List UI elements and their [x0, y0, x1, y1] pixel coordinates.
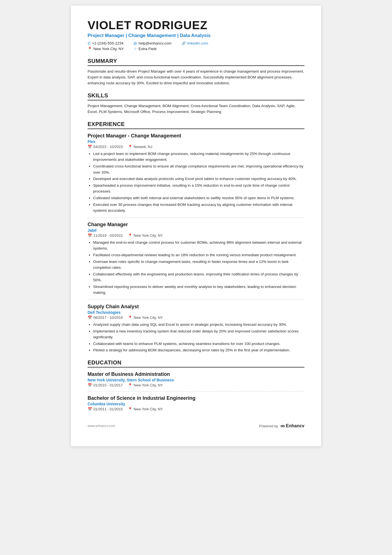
list-item: Cultivated relationships with both inter…	[93, 195, 304, 201]
linkedin-icon: 🔗	[182, 41, 186, 45]
calendar-icon-edu-2: 📅	[88, 407, 92, 411]
degree-2-dates: 📅 01/2011 - 01/2015	[88, 407, 123, 411]
candidate-name: VIOLET RODRIGUEZ	[88, 19, 304, 32]
list-item: Spearheaded a process improvement initia…	[93, 182, 304, 194]
list-item: Collaborated effectively with the engine…	[93, 271, 304, 283]
job-2-dates: 📅 11/2019 - 03/2022	[88, 233, 123, 238]
job-2-title: Change Manager	[88, 222, 304, 228]
email-icon: @	[133, 41, 137, 45]
location-icon-1: 📍	[128, 145, 132, 149]
calendar-icon-3: 📅	[88, 315, 92, 320]
summary-text: Passionate and results-driven Project Ma…	[88, 69, 304, 86]
degree-2-title: Bachelor of Science in Industrial Engine…	[88, 395, 304, 401]
degree-2: Bachelor of Science in Industrial Engine…	[88, 395, 304, 411]
footer-website: www.enhancv.com	[88, 424, 115, 428]
job-3-bullets: Analyzed supply chain data using SQL and…	[88, 322, 304, 353]
list-item: Developed and executed data analysis pro…	[93, 176, 304, 182]
phone-value: +1-(234)-555-1234	[92, 41, 123, 45]
degree-1-school: New York University, Stern School of Bus…	[88, 378, 304, 382]
list-item: Piloted a strategy for addressing BOM di…	[93, 347, 304, 353]
job-1-title: Project Manager - Change Management	[88, 133, 304, 139]
degree-1-dates: 📅 01/2015 - 01/2017	[88, 383, 123, 387]
resume-page: VIOLET RODRIGUEZ Project Manager | Chang…	[71, 6, 321, 446]
phone-contact: ✆ +1-(234)-555-1234	[88, 41, 123, 45]
job-3-location: 📍 New York City, NY	[128, 315, 163, 320]
calendar-icon-1: 📅	[88, 145, 92, 149]
list-item: Collaborated with teams to enhance PLM s…	[93, 341, 304, 347]
powered-by-text: Powered by	[259, 424, 278, 428]
job-1-meta: 📅 04/2022 - 10/2023 📍 Newark, NJ	[88, 145, 304, 149]
experience-section: EXPERIENCE Project Manager - Change Mana…	[88, 121, 304, 353]
location-value: New York City, NY	[93, 47, 124, 51]
job-1-bullets: Led a project team to implement BOM chan…	[88, 151, 304, 214]
list-item: Facilitated cross-departmental reviews l…	[93, 252, 304, 258]
job-3-company: Dell Technologies	[88, 310, 304, 315]
degree-1-title: Master of Business Administration	[88, 371, 304, 377]
list-item: Oversaw team roles specific to change ma…	[93, 259, 304, 271]
skills-text: Project Management, Change Management, B…	[88, 103, 304, 115]
list-item: Led a project team to implement BOM chan…	[93, 151, 304, 163]
job-2-company: Jabil	[88, 228, 304, 233]
candidate-title: Project Manager | Change Management | Da…	[88, 33, 304, 38]
education-section: EDUCATION Master of Business Administrat…	[88, 359, 304, 411]
job-1-dates: 📅 04/2022 - 10/2023	[88, 145, 123, 149]
job-divider-2	[88, 300, 304, 300]
location-contact: 📍 New York City, NY	[88, 47, 124, 51]
location-icon-edu-1: 📍	[128, 383, 132, 387]
degree-2-school: Columbia University	[88, 402, 304, 406]
list-item: Managed the end-to-end change control pr…	[93, 240, 304, 251]
footer-logo-area: Powered by ∞ Enhancv	[259, 422, 304, 430]
brand-name: Enhancv	[286, 423, 304, 428]
infinity-icon: ∞	[281, 422, 285, 430]
education-title: EDUCATION	[88, 359, 304, 367]
job-1-location: 📍 Newark, NJ	[128, 145, 152, 149]
linkedin-value[interactable]: linkedin.com	[187, 41, 208, 45]
location-icon-2: 📍	[128, 233, 132, 238]
star-icon: ☆	[134, 47, 137, 51]
email-contact: @ help@enhancv.com	[133, 41, 172, 45]
list-item: Coordinated cross-functional teams to en…	[93, 163, 304, 175]
list-item: Executed over 30 process changes that in…	[93, 202, 304, 214]
job-1: Project Manager - Change Management Flex…	[88, 133, 304, 214]
degree-1-location: 📍 New York City, NY	[128, 383, 163, 387]
experience-title: EXPERIENCE	[88, 121, 304, 129]
phone-icon: ✆	[88, 41, 91, 45]
list-item: Analyzed supply chain data using SQL and…	[93, 322, 304, 328]
degree-1: Master of Business Administration New Yo…	[88, 371, 304, 387]
footer: www.enhancv.com Powered by ∞ Enhancv	[88, 422, 304, 430]
job-divider-1	[88, 218, 304, 218]
header: VIOLET RODRIGUEZ Project Manager | Chang…	[88, 19, 304, 52]
calendar-icon-2: 📅	[88, 233, 92, 238]
location-icon-edu-2: 📍	[128, 407, 132, 411]
enhancv-brand: ∞ Enhancv	[281, 422, 304, 430]
job-1-company: Flex	[88, 139, 304, 144]
job-2-location: 📍 New York City, NY	[128, 233, 163, 238]
email-value: help@enhancv.com	[138, 41, 172, 45]
contact-row-1: ✆ +1-(234)-555-1234 @ help@enhancv.com 🔗…	[88, 41, 304, 46]
degree-2-meta: 📅 01/2011 - 01/2015 📍 New York City, NY	[88, 407, 304, 411]
extra-field-contact: ☆ Extra Field	[134, 47, 157, 51]
job-3-dates: 📅 06/2017 - 10/2019	[88, 315, 123, 320]
location-icon: 📍	[88, 47, 92, 51]
edu-divider-1	[88, 391, 304, 391]
job-3-title: Supply Chain Analyst	[88, 304, 304, 310]
summary-title: SUMMARY	[88, 58, 304, 66]
linkedin-contact[interactable]: 🔗 linkedin.com	[182, 41, 208, 45]
degree-1-meta: 📅 01/2015 - 01/2017 📍 New York City, NY	[88, 383, 304, 387]
list-item: Streamlined reporting processes to deliv…	[93, 284, 304, 296]
extra-field-value: Extra Field	[138, 47, 157, 51]
skills-title: SKILLS	[88, 92, 304, 100]
job-3: Supply Chain Analyst Dell Technologies 📅…	[88, 304, 304, 353]
job-2: Change Manager Jabil 📅 11/2019 - 03/2022…	[88, 222, 304, 296]
job-3-meta: 📅 06/2017 - 10/2019 📍 New York City, NY	[88, 315, 304, 320]
job-2-meta: 📅 11/2019 - 03/2022 📍 New York City, NY	[88, 233, 304, 238]
degree-2-location: 📍 New York City, NY	[128, 407, 163, 411]
location-icon-3: 📍	[128, 315, 132, 320]
skills-section: SKILLS Project Management, Change Manage…	[88, 92, 304, 115]
calendar-icon-edu-1: 📅	[88, 383, 92, 387]
list-item: Implemented a new inventory tracking sys…	[93, 328, 304, 340]
job-2-bullets: Managed the end-to-end change control pr…	[88, 240, 304, 296]
contact-row-2: 📍 New York City, NY ☆ Extra Field	[88, 47, 304, 52]
summary-section: SUMMARY Passionate and results-driven Pr…	[88, 58, 304, 86]
